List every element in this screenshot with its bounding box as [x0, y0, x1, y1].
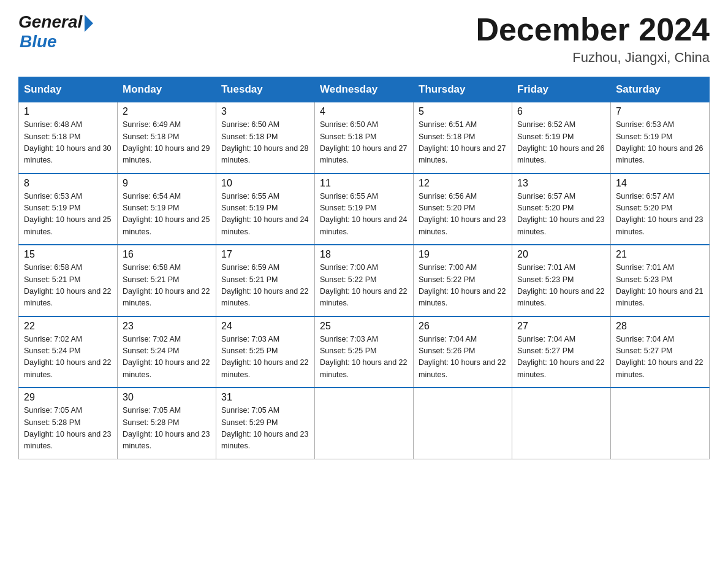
- table-row: 19Sunrise: 7:00 AMSunset: 5:22 PMDayligh…: [414, 245, 512, 316]
- day-number: 14: [616, 178, 704, 189]
- day-info: Sunrise: 7:00 AMSunset: 5:22 PMDaylight:…: [320, 262, 408, 310]
- table-row: 27Sunrise: 7:04 AMSunset: 5:27 PMDayligh…: [512, 316, 611, 388]
- title-block: December 2024 Fuzhou, Jiangxi, China: [476, 12, 710, 66]
- day-number: 7: [616, 106, 704, 117]
- calendar-week-row: 15Sunrise: 6:58 AMSunset: 5:21 PMDayligh…: [19, 245, 710, 316]
- day-info: Sunrise: 7:05 AMSunset: 5:28 PMDaylight:…: [123, 405, 211, 453]
- table-row: 30Sunrise: 7:05 AMSunset: 5:28 PMDayligh…: [118, 388, 216, 459]
- day-info: Sunrise: 7:01 AMSunset: 5:23 PMDaylight:…: [517, 262, 605, 310]
- table-row: [512, 388, 611, 459]
- header-sunday: Sunday: [19, 77, 118, 102]
- table-row: 13Sunrise: 6:57 AMSunset: 5:20 PMDayligh…: [512, 174, 611, 245]
- table-row: 28Sunrise: 7:04 AMSunset: 5:27 PMDayligh…: [611, 316, 710, 388]
- day-info: Sunrise: 7:00 AMSunset: 5:22 PMDaylight:…: [419, 262, 507, 310]
- day-info: Sunrise: 6:53 AMSunset: 5:19 PMDaylight:…: [24, 191, 112, 239]
- day-info: Sunrise: 7:03 AMSunset: 5:25 PMDaylight:…: [221, 334, 309, 381]
- day-number: 2: [123, 106, 211, 117]
- day-number: 1: [24, 106, 112, 117]
- day-info: Sunrise: 6:58 AMSunset: 5:21 PMDaylight:…: [123, 262, 211, 310]
- table-row: 12Sunrise: 6:56 AMSunset: 5:20 PMDayligh…: [414, 174, 512, 245]
- day-number: 17: [221, 249, 309, 260]
- day-info: Sunrise: 6:58 AMSunset: 5:21 PMDaylight:…: [24, 262, 112, 310]
- table-row: 25Sunrise: 7:03 AMSunset: 5:25 PMDayligh…: [315, 316, 414, 388]
- day-info: Sunrise: 7:04 AMSunset: 5:26 PMDaylight:…: [419, 334, 507, 381]
- day-info: Sunrise: 7:05 AMSunset: 5:29 PMDaylight:…: [221, 405, 309, 453]
- day-info: Sunrise: 7:03 AMSunset: 5:25 PMDaylight:…: [320, 334, 408, 381]
- day-info: Sunrise: 6:57 AMSunset: 5:20 PMDaylight:…: [616, 191, 704, 239]
- day-number: 13: [517, 178, 605, 189]
- day-number: 8: [24, 178, 112, 189]
- table-row: 11Sunrise: 6:55 AMSunset: 5:19 PMDayligh…: [315, 174, 414, 245]
- day-number: 19: [419, 249, 507, 260]
- table-row: 21Sunrise: 7:01 AMSunset: 5:23 PMDayligh…: [611, 245, 710, 316]
- table-row: [414, 388, 512, 459]
- day-number: 10: [221, 178, 309, 189]
- logo-blue-text: Blue: [20, 32, 93, 52]
- day-number: 28: [616, 321, 704, 332]
- header-saturday: Saturday: [611, 77, 710, 102]
- table-row: 8Sunrise: 6:53 AMSunset: 5:19 PMDaylight…: [19, 174, 118, 245]
- table-row: 1Sunrise: 6:48 AMSunset: 5:18 PMDaylight…: [19, 102, 118, 174]
- day-info: Sunrise: 6:59 AMSunset: 5:21 PMDaylight:…: [221, 262, 309, 310]
- table-row: 17Sunrise: 6:59 AMSunset: 5:21 PMDayligh…: [216, 245, 315, 316]
- day-info: Sunrise: 7:05 AMSunset: 5:28 PMDaylight:…: [24, 405, 112, 453]
- day-info: Sunrise: 6:56 AMSunset: 5:20 PMDaylight:…: [419, 191, 507, 239]
- table-row: 24Sunrise: 7:03 AMSunset: 5:25 PMDayligh…: [216, 316, 315, 388]
- day-number: 6: [517, 106, 605, 117]
- table-row: 5Sunrise: 6:51 AMSunset: 5:18 PMDaylight…: [414, 102, 512, 174]
- day-info: Sunrise: 6:57 AMSunset: 5:20 PMDaylight:…: [517, 191, 605, 239]
- table-row: 26Sunrise: 7:04 AMSunset: 5:26 PMDayligh…: [414, 316, 512, 388]
- day-info: Sunrise: 6:51 AMSunset: 5:18 PMDaylight:…: [419, 119, 507, 167]
- table-row: 4Sunrise: 6:50 AMSunset: 5:18 PMDaylight…: [315, 102, 414, 174]
- day-number: 26: [419, 321, 507, 332]
- page-header: General Blue December 2024 Fuzhou, Jiang…: [18, 12, 710, 66]
- day-info: Sunrise: 6:48 AMSunset: 5:18 PMDaylight:…: [24, 119, 112, 167]
- table-row: [315, 388, 414, 459]
- day-info: Sunrise: 7:02 AMSunset: 5:24 PMDaylight:…: [24, 334, 112, 381]
- header-thursday: Thursday: [414, 77, 512, 102]
- table-row: 6Sunrise: 6:52 AMSunset: 5:19 PMDaylight…: [512, 102, 611, 174]
- day-info: Sunrise: 6:53 AMSunset: 5:19 PMDaylight:…: [616, 119, 704, 167]
- day-number: 21: [616, 249, 704, 260]
- day-info: Sunrise: 6:55 AMSunset: 5:19 PMDaylight:…: [221, 191, 309, 239]
- header-tuesday: Tuesday: [216, 77, 315, 102]
- header-wednesday: Wednesday: [315, 77, 414, 102]
- day-info: Sunrise: 6:50 AMSunset: 5:18 PMDaylight:…: [320, 119, 408, 167]
- table-row: 31Sunrise: 7:05 AMSunset: 5:29 PMDayligh…: [216, 388, 315, 459]
- day-number: 29: [24, 392, 112, 403]
- day-number: 31: [221, 392, 309, 403]
- weekday-header-row: Sunday Monday Tuesday Wednesday Thursday…: [19, 77, 710, 102]
- table-row: 20Sunrise: 7:01 AMSunset: 5:23 PMDayligh…: [512, 245, 611, 316]
- table-row: 10Sunrise: 6:55 AMSunset: 5:19 PMDayligh…: [216, 174, 315, 245]
- table-row: 29Sunrise: 7:05 AMSunset: 5:28 PMDayligh…: [19, 388, 118, 459]
- day-number: 24: [221, 321, 309, 332]
- table-row: 9Sunrise: 6:54 AMSunset: 5:19 PMDaylight…: [118, 174, 216, 245]
- calendar-table: Sunday Monday Tuesday Wednesday Thursday…: [18, 77, 710, 459]
- day-info: Sunrise: 7:01 AMSunset: 5:23 PMDaylight:…: [616, 262, 704, 310]
- day-number: 15: [24, 249, 112, 260]
- logo: General Blue: [18, 12, 93, 52]
- day-info: Sunrise: 6:54 AMSunset: 5:19 PMDaylight:…: [123, 191, 211, 239]
- table-row: 23Sunrise: 7:02 AMSunset: 5:24 PMDayligh…: [118, 316, 216, 388]
- header-monday: Monday: [118, 77, 216, 102]
- day-info: Sunrise: 7:04 AMSunset: 5:27 PMDaylight:…: [616, 334, 704, 381]
- table-row: 14Sunrise: 6:57 AMSunset: 5:20 PMDayligh…: [611, 174, 710, 245]
- day-number: 16: [123, 249, 211, 260]
- day-info: Sunrise: 6:50 AMSunset: 5:18 PMDaylight:…: [221, 119, 309, 167]
- calendar-week-row: 29Sunrise: 7:05 AMSunset: 5:28 PMDayligh…: [19, 388, 710, 459]
- table-row: 7Sunrise: 6:53 AMSunset: 5:19 PMDaylight…: [611, 102, 710, 174]
- day-info: Sunrise: 6:49 AMSunset: 5:18 PMDaylight:…: [123, 119, 211, 167]
- header-friday: Friday: [512, 77, 611, 102]
- day-number: 9: [123, 178, 211, 189]
- day-number: 5: [419, 106, 507, 117]
- month-title: December 2024: [476, 12, 710, 47]
- day-info: Sunrise: 7:02 AMSunset: 5:24 PMDaylight:…: [123, 334, 211, 381]
- table-row: 2Sunrise: 6:49 AMSunset: 5:18 PMDaylight…: [118, 102, 216, 174]
- day-number: 4: [320, 106, 408, 117]
- day-number: 27: [517, 321, 605, 332]
- table-row: 15Sunrise: 6:58 AMSunset: 5:21 PMDayligh…: [19, 245, 118, 316]
- table-row: 3Sunrise: 6:50 AMSunset: 5:18 PMDaylight…: [216, 102, 315, 174]
- day-number: 30: [123, 392, 211, 403]
- table-row: [611, 388, 710, 459]
- calendar-week-row: 22Sunrise: 7:02 AMSunset: 5:24 PMDayligh…: [19, 316, 710, 388]
